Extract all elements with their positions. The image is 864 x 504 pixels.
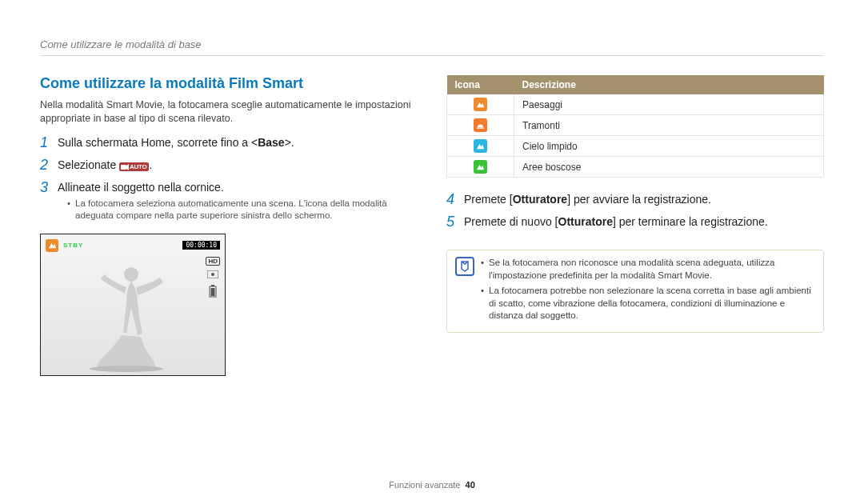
step-text: Premete di nuovo [Otturatore] per termin… bbox=[464, 215, 768, 228]
step-number: 4 bbox=[446, 192, 454, 206]
breadcrumb: Come utilizzare le modalità di base bbox=[40, 38, 824, 56]
step-number: 2 bbox=[40, 158, 48, 172]
step-5: 5 Premete di nuovo [Otturatore] per term… bbox=[446, 214, 824, 229]
svg-point-8 bbox=[124, 267, 138, 282]
battery-icon bbox=[209, 285, 217, 299]
note-item: La fotocamera potrebbe non selezionare l… bbox=[481, 285, 815, 322]
timecode-label: 00:00:10 bbox=[182, 241, 220, 250]
svg-point-9 bbox=[90, 366, 163, 372]
table-row: Tramonti bbox=[447, 115, 824, 136]
svg-marker-13 bbox=[477, 165, 484, 170]
table-header-icon: Icona bbox=[447, 75, 514, 94]
svg-point-4 bbox=[211, 273, 214, 276]
svg-rect-0 bbox=[121, 165, 126, 170]
icon-description-table: Icona Descrizione Paesaggi bbox=[446, 75, 824, 178]
table-cell-label: Paesaggi bbox=[514, 94, 824, 115]
step-subtext: La fotocamera seleziona automaticamente … bbox=[67, 198, 418, 222]
metering-icon bbox=[207, 270, 218, 280]
note-icon bbox=[455, 257, 474, 276]
right-column: Icona Descrizione Paesaggi bbox=[446, 75, 824, 376]
step-1: 1 Sulla schermata Home, scorrete fino a … bbox=[40, 135, 418, 150]
steps-list-left: 1 Sulla schermata Home, scorrete fino a … bbox=[40, 135, 418, 222]
step-text: Sulla schermata Home, scorrete fino a <B… bbox=[58, 136, 294, 149]
table-header-desc: Descrizione bbox=[514, 75, 824, 94]
table-row: Paesaggi bbox=[447, 94, 824, 115]
step-2: 2 Selezionate AUTO. bbox=[40, 158, 418, 172]
camera-preview: STBY 00:00:10 HD bbox=[40, 234, 226, 376]
landscape-icon bbox=[46, 239, 58, 252]
hd-icon: HD bbox=[206, 257, 220, 266]
step-number: 5 bbox=[446, 214, 454, 229]
table-row: Cielo limpido bbox=[447, 136, 824, 157]
landscape-icon bbox=[474, 98, 487, 111]
table-row: Aree boscose bbox=[447, 157, 824, 178]
clear-sky-icon bbox=[474, 139, 487, 153]
standby-label: STBY bbox=[63, 242, 83, 249]
svg-rect-7 bbox=[211, 288, 215, 296]
note-item: Se la fotocamera non riconosce una modal… bbox=[481, 257, 815, 282]
svg-marker-2 bbox=[48, 243, 55, 248]
svg-marker-12 bbox=[477, 144, 484, 149]
step-text: Premete [Otturatore] per avviare la regi… bbox=[464, 193, 711, 206]
step-number: 3 bbox=[40, 180, 48, 194]
note-box: Se la fotocamera non riconosce una modal… bbox=[446, 250, 824, 333]
skater-silhouette bbox=[85, 263, 181, 375]
woodland-icon bbox=[474, 160, 487, 174]
step-4: 4 Premete [Otturatore] per avviare la re… bbox=[446, 192, 824, 206]
auto-mode-icon: AUTO bbox=[119, 162, 149, 171]
svg-marker-1 bbox=[126, 164, 129, 170]
step-number: 1 bbox=[40, 135, 48, 150]
table-cell-label: Cielo limpido bbox=[514, 136, 824, 157]
step-text: Selezionate AUTO. bbox=[58, 158, 152, 171]
left-column: Come utilizzare la modalità Film Smart N… bbox=[40, 75, 418, 376]
svg-marker-10 bbox=[477, 102, 484, 107]
intro-paragraph: Nella modalità Smart Movie, la fotocamer… bbox=[40, 98, 418, 126]
steps-list-right: 4 Premete [Otturatore] per avviare la re… bbox=[446, 192, 824, 229]
sunset-icon bbox=[474, 118, 487, 132]
step-text: Allineate il soggetto nella cornice. bbox=[58, 181, 224, 194]
page-footer: Funzioni avanzate 40 bbox=[0, 480, 864, 490]
table-cell-label: Tramonti bbox=[514, 115, 824, 136]
table-cell-label: Aree boscose bbox=[514, 157, 824, 178]
step-3: 3 Allineate il soggetto nella cornice. L… bbox=[40, 180, 418, 222]
section-heading: Come utilizzare la modalità Film Smart bbox=[40, 75, 418, 92]
